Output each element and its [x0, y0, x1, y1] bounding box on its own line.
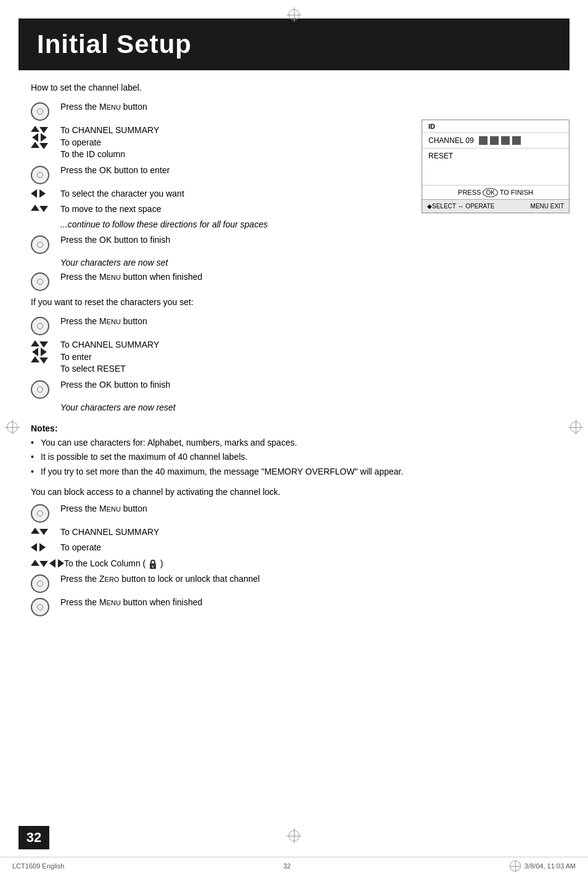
- step-icon-arrows-reset: [31, 339, 60, 364]
- page-title: Initial Setup: [37, 30, 551, 59]
- notes-title: Notes:: [31, 423, 570, 433]
- step-menu-reset: Press the MENU button: [31, 316, 570, 335]
- step-icon-lock-menu-finished: [31, 597, 60, 616]
- step-icon-menu-finished-1: [31, 271, 60, 291]
- osd-spacer: [422, 166, 569, 185]
- intro-text: How to set the channel label.: [31, 83, 570, 92]
- tri-down-1: [39, 127, 48, 133]
- footer-left: LCT1609 English: [12, 862, 64, 870]
- ok-button-icon-lock-menu: [31, 504, 49, 523]
- step-lock-zero: Press the ZERO button to lock or unlock …: [31, 573, 570, 593]
- zero-word: ZERO: [99, 574, 119, 584]
- tri-left-select: [31, 189, 37, 198]
- crosshair-circle-footer: [510, 860, 521, 872]
- osd-dot-4: [512, 136, 521, 145]
- arrows-lock-lr: [31, 543, 46, 552]
- osd-display: ID CHANNEL 09 RESET PRESS OK TO FINISH ◆…: [422, 120, 570, 213]
- osd-channel-content: CHANNEL 09: [428, 136, 521, 145]
- menu-word-lock: MENU: [99, 504, 121, 513]
- arrows-row-ud-reset: [31, 340, 48, 348]
- osd-press-label: PRESS: [458, 189, 483, 196]
- arrows-ud-lr-lock: [31, 559, 64, 568]
- step-icon-lock-lr: [31, 542, 60, 552]
- ok-button-icon-finish-reset: [31, 380, 49, 399]
- crosshair-circle-bottom: [288, 830, 300, 841]
- tri-down-lock-col: [39, 561, 48, 567]
- arrows-row-ud2-1: [31, 142, 48, 149]
- ok-button-icon-reset: [31, 317, 49, 335]
- arrows-lr-lock: [49, 559, 64, 568]
- step-ok-finish-reset: Press the OK button to finish: [31, 379, 570, 399]
- tri-down-next: [39, 206, 48, 212]
- osd-footer-right: MENU EXIT: [531, 203, 564, 210]
- tri-left-1: [32, 133, 38, 142]
- tri-right-select: [39, 189, 46, 198]
- osd-dot-2: [490, 136, 499, 145]
- main-content: ID CHANNEL 09 RESET PRESS OK TO FINISH ◆…: [0, 70, 588, 632]
- crosshair-circle: [288, 9, 300, 20]
- ok-button-icon-lock-menu-finished: [31, 598, 49, 616]
- footer-bar: LCT1609 English 32 3/8/04, 11:03 AM: [0, 857, 588, 874]
- note-item-3: If you try to set more than the 40 maxim…: [31, 466, 570, 478]
- arrows-row-lr-1: [32, 133, 47, 142]
- arrows-ud-lr-reset: [31, 340, 48, 364]
- arrows-ud-lr-1: [31, 126, 48, 149]
- step-icon-ok-finish-1: [31, 234, 60, 254]
- step-icon-ok-enter: [31, 165, 60, 184]
- menu-word-lock-finished: MENU: [99, 597, 121, 607]
- osd-ok-circle: OK: [483, 188, 497, 197]
- step-icon-ok-finish-reset: [31, 379, 60, 399]
- step-menu-finished-1: Press the MENU button when finished: [31, 271, 570, 291]
- step-text-lock-zero: Press the ZERO button to lock or unlock …: [60, 573, 570, 586]
- step-icon-arrows-1: [31, 125, 60, 149]
- arrows-ud-lock: [31, 560, 48, 567]
- page-number-box: 32: [18, 826, 49, 849]
- arrows-row-ud-1: [31, 126, 48, 133]
- tri-right-1: [41, 133, 47, 142]
- step-text-menu-finished-1: Press the MENU button when finished: [60, 271, 570, 284]
- step-arrow-reset-group: To CHANNEL SUMMARYTo enterTo select RESE…: [31, 339, 570, 375]
- step-lock-menu: Press the MENU button: [31, 503, 570, 523]
- italic-chars-reset: Your characters are now reset: [60, 402, 570, 412]
- page-header: Initial Setup: [18, 18, 570, 70]
- step-ok-finish-1: Press the OK button to finish: [31, 234, 570, 254]
- tri-up-next: [31, 205, 39, 211]
- step-text-lock-menu-finished: Press the MENU button when finished: [60, 597, 570, 609]
- step-icon-menu-reset: [31, 316, 60, 335]
- step-icon-lock-column: [31, 558, 64, 568]
- osd-channel-row: CHANNEL 09: [422, 133, 569, 149]
- osd-id-label: ID: [422, 120, 569, 133]
- tri-right-lock-col: [58, 559, 64, 568]
- italic-chars-set: Your characters are now set: [60, 258, 570, 268]
- step-text-arrows-reset: To CHANNEL SUMMARYTo enterTo select RESE…: [60, 339, 570, 375]
- osd-channel-label: CHANNEL 09: [428, 136, 474, 145]
- continue-text: ...continue to follow these directions f…: [60, 219, 570, 229]
- page-number: 32: [27, 830, 41, 846]
- tri-up-2: [31, 142, 39, 148]
- osd-to-finish: TO FINISH: [498, 189, 533, 196]
- step-icon-lr-select: [31, 188, 60, 198]
- step-lock-column: To the Lock Column ( ● ): [31, 558, 570, 570]
- note-item-2: It is possible to set the maximum of 40 …: [31, 451, 570, 464]
- menu-word-2: MENU: [99, 272, 121, 282]
- notes-section: Notes: You can use characters for: Alpha…: [31, 423, 570, 478]
- footer-center: 32: [283, 862, 290, 870]
- osd-footer-left: ◆SELECT ↔ OPERATE: [427, 203, 494, 210]
- step-icon-lock-ud: [31, 526, 60, 535]
- ok-button-icon-menu-1: [31, 272, 49, 291]
- step-lock-ud-channel: To CHANNEL SUMMARY: [31, 526, 570, 539]
- tri-up-lock: [31, 528, 39, 534]
- osd-dots: [479, 136, 521, 145]
- notes-list: You can use characters for: Alphabet, nu…: [31, 437, 570, 478]
- ok-button-icon-enter: [31, 166, 49, 184]
- step-icon-lock-zero: [31, 573, 60, 593]
- osd-footer: ◆SELECT ↔ OPERATE MENU EXIT: [422, 199, 569, 213]
- osd-reset-label: RESET: [422, 149, 569, 166]
- tri-right-lock: [39, 543, 46, 552]
- crosshair-top-center: [287, 7, 301, 22]
- step-text-lock-operate: To operate: [60, 542, 570, 554]
- ok-button-icon-1: [31, 102, 49, 121]
- step-text-ok-finish-1: Press the OK button to finish: [60, 234, 570, 247]
- arrows-lock-ud: [31, 528, 48, 535]
- step-lock-lr-operate: To operate: [31, 542, 570, 554]
